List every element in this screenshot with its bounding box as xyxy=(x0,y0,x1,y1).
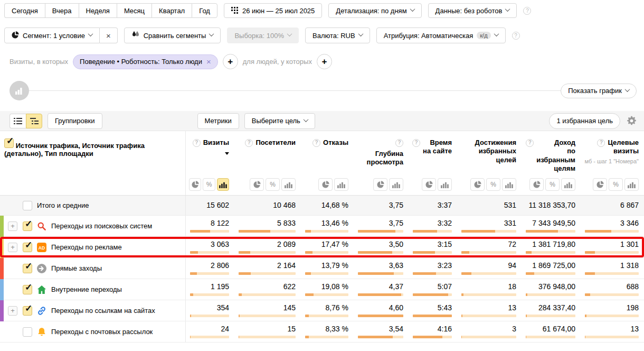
pie-toggle-icon[interactable] xyxy=(470,178,485,191)
period-button-month[interactable]: Месяц xyxy=(117,3,151,18)
expand-button[interactable]: + xyxy=(8,243,17,252)
column-label[interactable]: ?Визиты xyxy=(189,138,229,155)
row-checkbox[interactable] xyxy=(23,243,32,252)
robots-filter-chip[interactable]: Поведение • Роботность: Только люди × xyxy=(73,54,218,69)
add-people-condition-button[interactable]: + xyxy=(317,54,332,69)
column-label[interactable]: ?Отказы xyxy=(304,138,348,147)
metric-cell: 24 xyxy=(186,321,234,342)
compare-segments-dropdown[interactable]: Сравнить сегменты xyxy=(124,27,221,43)
expand-button[interactable]: + xyxy=(8,221,17,231)
table-row[interactable]: Прямые заходы2 8062 16413,79 %3,633:2394… xyxy=(0,258,644,279)
mini-bar-fill xyxy=(358,230,395,233)
table-toolbar: Группировки Метрики Выберите цель 1 избр… xyxy=(0,111,644,131)
metric-cell: 622 xyxy=(234,279,301,300)
help-icon[interactable]: ? xyxy=(523,7,531,15)
column-label[interactable]: Достижения избранных целей xyxy=(460,138,516,164)
column-label[interactable]: ?Время на сайте xyxy=(412,138,452,156)
pie-toggle-icon[interactable] xyxy=(189,178,201,191)
currency-dropdown[interactable]: Валюта: RUB xyxy=(305,27,370,43)
sampling-dropdown[interactable]: Выборка: 100% xyxy=(227,27,299,43)
bar-toggle-icon[interactable] xyxy=(217,178,229,191)
header-checkbox[interactable] xyxy=(4,138,14,148)
column-label-text: Отказы xyxy=(323,138,348,147)
percent-toggle-icon[interactable]: % xyxy=(203,178,215,191)
bar-toggle-icon[interactable] xyxy=(334,178,348,191)
table-row[interactable]: Внутренние переходы1 19562219,08 %4,375:… xyxy=(0,279,644,300)
list-view-button[interactable] xyxy=(10,114,26,128)
metric-cell: 5:43 xyxy=(409,300,457,321)
table-row[interactable]: Переходы с почтовых рассылок24158,33 %3,… xyxy=(0,321,644,343)
column-header-1: ?Визиты% xyxy=(186,131,234,195)
row-label[interactable]: Внутренние переходы xyxy=(51,285,122,293)
attribution-dropdown[interactable]: Атрибуция: Автоматическая к/д xyxy=(376,27,506,43)
row-checkbox[interactable] xyxy=(23,201,32,210)
period-button-year[interactable]: Год xyxy=(192,3,217,18)
tree-view-button[interactable] xyxy=(26,114,42,128)
pie-toggle-icon[interactable] xyxy=(250,178,264,191)
percent-toggle-icon[interactable]: % xyxy=(486,178,500,191)
row-label[interactable]: Переходы с почтовых рассылок xyxy=(51,328,153,336)
help-icon[interactable]: ? xyxy=(526,139,534,147)
pie-toggle-icon[interactable] xyxy=(373,178,387,191)
help-icon[interactable]: ? xyxy=(512,32,520,40)
totals-row[interactable]: Итого и средние15 60210 46814,68 %3,753:… xyxy=(0,196,644,216)
help-icon[interactable]: ? xyxy=(193,139,201,147)
pie-toggle-icon[interactable] xyxy=(529,178,544,191)
metric-cell: 4,37 xyxy=(354,279,409,300)
row-label[interactable]: Прямые заходы xyxy=(51,264,102,272)
row-checkbox[interactable] xyxy=(23,221,32,231)
gear-icon[interactable] xyxy=(627,116,637,126)
mini-bar xyxy=(358,251,403,254)
bar-toggle-icon[interactable] xyxy=(561,178,575,191)
favorite-goal-button[interactable]: 1 избранная цель xyxy=(549,113,620,129)
row-label[interactable]: Переходы по ссылкам на сайтах xyxy=(51,307,155,315)
period-button-yesterday[interactable]: Вчера xyxy=(45,3,79,18)
date-range-button[interactable]: 26 июн — 25 июл 2025 xyxy=(224,3,322,18)
period-button-today[interactable]: Сегодня xyxy=(4,3,45,18)
row-label[interactable]: Итого и средние xyxy=(37,201,89,209)
column-label[interactable]: ?Доход по избранным целям xyxy=(525,138,575,173)
help-icon[interactable]: ? xyxy=(395,139,403,147)
bar-toggle-icon[interactable] xyxy=(438,178,452,191)
table-row[interactable]: +ADПереходы по рекламе3 0632 08917,47 %3… xyxy=(0,237,644,258)
expand-button[interactable]: + xyxy=(8,306,17,316)
choose-goal-dropdown[interactable]: Выберите цель xyxy=(244,113,315,129)
pie-toggle-icon[interactable] xyxy=(593,178,607,191)
row-checkbox[interactable] xyxy=(23,285,32,294)
table-row[interactable]: +Переходы из поисковых систем8 1225 8331… xyxy=(0,216,644,237)
bar-toggle-icon[interactable] xyxy=(502,178,516,191)
column-label[interactable]: ?Посетители xyxy=(238,138,296,147)
metrics-button[interactable]: Метрики xyxy=(197,113,239,129)
percent-toggle-icon[interactable]: % xyxy=(266,178,280,191)
period-button-quarter[interactable]: Квартал xyxy=(151,3,192,18)
segment-dropdown[interactable]: Сегмент: 1 условие xyxy=(4,27,100,43)
period-button-week[interactable]: Неделя xyxy=(79,3,117,18)
detail-dropdown[interactable]: Детализация: по дням xyxy=(328,3,421,18)
pie-toggle-icon[interactable] xyxy=(318,178,333,191)
add-visit-condition-button[interactable]: + xyxy=(223,54,238,69)
row-checkbox[interactable] xyxy=(23,327,32,337)
bar-toggle-icon[interactable] xyxy=(389,178,403,191)
help-icon[interactable]: ? xyxy=(245,139,253,147)
percent-toggle-icon[interactable]: % xyxy=(545,178,560,191)
column-label[interactable]: ?Глубина просмотра xyxy=(357,138,403,167)
chip-close-icon[interactable]: × xyxy=(206,57,211,66)
row-label[interactable]: Переходы по рекламе xyxy=(51,243,122,251)
bar-toggle-icon[interactable] xyxy=(281,178,296,191)
mini-bar xyxy=(358,315,403,317)
data-mode-dropdown[interactable]: Данные: без роботов xyxy=(428,3,517,18)
groupings-button[interactable]: Группировки xyxy=(48,113,102,129)
help-icon[interactable]: ? xyxy=(412,139,420,147)
help-icon[interactable]: ? xyxy=(597,139,605,147)
column-label[interactable]: ?Целевые визиты xyxy=(584,138,639,156)
segment-close-button[interactable]: × xyxy=(100,27,118,43)
show-chart-button[interactable]: Показать график xyxy=(561,84,637,98)
percent-toggle-icon[interactable]: % xyxy=(609,178,623,191)
pie-toggle-icon[interactable] xyxy=(422,178,436,191)
help-icon[interactable]: ? xyxy=(312,139,320,147)
bar-toggle-icon[interactable] xyxy=(624,178,639,191)
row-checkbox[interactable] xyxy=(23,264,32,273)
row-label[interactable]: Переходы из поисковых систем xyxy=(51,222,152,230)
table-row[interactable]: +Переходы по ссылкам на сайтах3541458,76… xyxy=(0,300,644,321)
row-checkbox[interactable] xyxy=(23,306,32,316)
